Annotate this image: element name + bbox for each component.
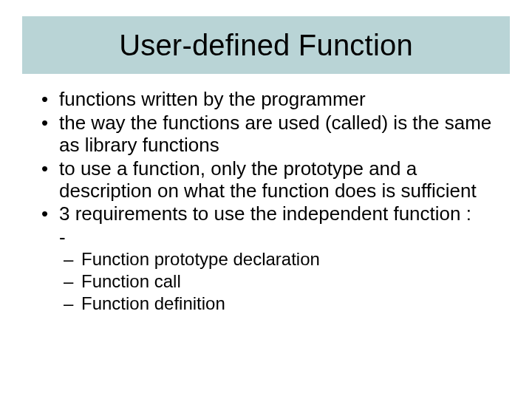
sub-bullet-item: Function prototype declaration: [61, 248, 510, 270]
title-box: User-defined Function: [22, 16, 510, 74]
slide-body: functions written by the programmer the …: [37, 89, 510, 315]
sub-bullet-list: Function prototype declaration Function …: [61, 248, 510, 315]
slide: User-defined Function functions written …: [0, 0, 532, 399]
sub-bullet-item: Function call: [61, 270, 510, 293]
bullet-item: 3 requirements to use the independent fu…: [37, 203, 510, 225]
bullet-item: the way the functions are used (called) …: [37, 112, 510, 157]
bullet-item: functions written by the programmer: [37, 89, 510, 111]
hyphen-line: -: [37, 227, 510, 248]
top-bullet-list: functions written by the programmer the …: [37, 89, 510, 225]
slide-title: User-defined Function: [119, 29, 413, 62]
bullet-item: to use a function, only the prototype an…: [37, 158, 510, 202]
sub-bullet-item: Function definition: [61, 293, 510, 315]
